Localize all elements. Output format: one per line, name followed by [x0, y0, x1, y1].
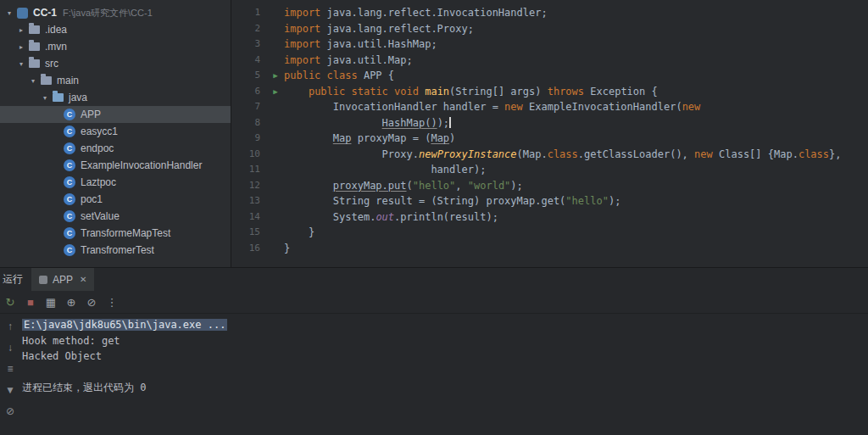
code-editor[interactable]: 1import java.lang.reflect.InvocationHand… [231, 0, 868, 267]
gutter-spacer [267, 99, 284, 115]
tree-item--mvn[interactable]: ▸.mvn [0, 38, 231, 55]
chevron-icon[interactable]: ▸ [15, 43, 27, 51]
code-text: } [284, 225, 314, 241]
code-text: import java.lang.reflect.Proxy; [284, 21, 474, 37]
tree-item-label: easycc1 [81, 125, 118, 137]
code-text: proxyMap.put("hello", "world"); [284, 178, 523, 194]
rerun-button[interactable]: ↻ [3, 296, 17, 309]
gutter-spacer [267, 241, 284, 257]
tree-item-label: java [69, 92, 87, 103]
code-text: public class APP { [284, 68, 394, 84]
tree-item-label: TransfromerTest [81, 244, 154, 256]
scroll-up-icon[interactable]: ↑ [8, 321, 13, 332]
code-text: import java.lang.reflect.InvocationHandl… [284, 5, 548, 21]
project-root-row[interactable]: ▾ CC-1 F:\java研究文件\CC-1 [0, 4, 231, 21]
code-text: HashMap()); [284, 115, 451, 131]
tree-item-main[interactable]: ▾main [0, 72, 231, 89]
run-gutter-icon[interactable]: ▶ [267, 68, 284, 84]
restore-layout-button[interactable]: ▦ [44, 296, 58, 309]
editor-line[interactable]: 2import java.lang.reflect.Proxy; [231, 21, 868, 37]
tree-item-label: endpoc [81, 142, 114, 154]
run-gutter-icon[interactable]: ▶ [267, 84, 284, 100]
tree-item-easycc1[interactable]: Ceasycc1 [0, 123, 231, 140]
chevron-icon[interactable]: ▾ [27, 77, 39, 85]
tree-item-transfromertest[interactable]: CTransfromerTest [0, 242, 231, 259]
editor-line[interactable]: 4import java.util.Map; [231, 53, 868, 69]
clear-button[interactable]: ⊘ [85, 296, 98, 309]
gutter-spacer [267, 131, 284, 147]
editor-line[interactable]: 3import java.util.HashMap; [231, 36, 868, 53]
class-icon: C [63, 125, 76, 138]
gutter-spacer [267, 193, 284, 209]
soft-wrap-icon[interactable]: ≡ [7, 363, 13, 375]
console-output[interactable]: E:\java8\jdk8u65\bin\java.exe ...Hook me… [20, 314, 868, 435]
console-line: Hacked Object [22, 349, 868, 365]
gutter-spacer [267, 178, 284, 194]
tree-item-app[interactable]: CAPP [0, 106, 231, 123]
editor-line[interactable]: 11 handler); [231, 162, 868, 178]
tree-item-setvalue[interactable]: CsetValue [0, 208, 231, 225]
tree-item--idea[interactable]: ▸.idea [0, 21, 231, 38]
line-number: 11 [231, 162, 267, 178]
editor-line[interactable]: 15 } [231, 225, 868, 241]
class-icon: C [63, 209, 76, 223]
tree-item-exampleinvocationhandler[interactable]: CExampleInvocationHandler [0, 157, 231, 174]
expand-button[interactable]: ⊕ [64, 296, 78, 309]
chevron-icon[interactable]: ▾ [39, 94, 51, 102]
editor-line[interactable]: 13 String result = (String) proxyMap.get… [231, 193, 868, 209]
line-number: 15 [231, 225, 267, 241]
editor-line[interactable]: 1import java.lang.reflect.InvocationHand… [231, 5, 868, 21]
tree-item-laztpoc[interactable]: CLaztpoc [0, 174, 231, 191]
close-icon[interactable]: ✕ [80, 275, 86, 284]
line-number: 5 [231, 68, 267, 84]
ide-window: ▾ CC-1 F:\java研究文件\CC-1 ▸.idea▸.mvn▾src▾… [0, 0, 868, 435]
editor-line[interactable]: 14 System.out.println(result); [231, 209, 868, 226]
gutter-spacer [267, 36, 284, 53]
tree-item-transformemaptest[interactable]: CTransformeMapTest [0, 225, 231, 242]
tree-item-java[interactable]: ▾java [0, 89, 231, 106]
class-icon: C [63, 243, 76, 257]
editor-line[interactable]: 16} [231, 241, 868, 257]
editor-line[interactable]: 5▶public class APP { [231, 68, 868, 84]
tree-item-label: Laztpoc [81, 176, 116, 188]
project-tool-window: ▾ CC-1 F:\java研究文件\CC-1 ▸.idea▸.mvn▾src▾… [0, 0, 231, 267]
editor-line[interactable]: 8 HashMap()); [231, 115, 868, 131]
chevron-icon[interactable]: ▸ [15, 26, 27, 34]
scroll-down-icon[interactable]: ↓ [8, 342, 13, 354]
line-number: 4 [231, 53, 267, 69]
gutter-spacer [267, 5, 284, 21]
editor-line[interactable]: 12 proxyMap.put("hello", "world"); [231, 178, 868, 194]
gutter-spacer [267, 21, 284, 37]
editor-line[interactable]: 7 InvocationHandler handler = new Exampl… [231, 99, 868, 115]
chevron-icon[interactable]: ▾ [15, 60, 27, 68]
gutter-spacer [267, 115, 284, 131]
clear-console-icon[interactable]: ⊘ [6, 405, 14, 417]
editor-line[interactable]: 10 Proxy.newProxyInstance(Map.class.getC… [231, 147, 868, 163]
tree-item-label: .idea [45, 24, 67, 36]
run-tab-label: APP [53, 274, 73, 286]
console-line: 进程已结束，退出代码为 0 [22, 380, 868, 396]
tree-item-label: poc1 [81, 193, 103, 205]
run-tool-window: 运行 APP ✕ ↻■▦⊕⊘⋮ ↑↓≡▼⊘ E:\java8\jdk8u65\b… [0, 267, 868, 435]
class-icon: C [63, 159, 76, 172]
editor-line[interactable]: 9 Map proxyMap = (Map) [231, 131, 868, 147]
console-side-toolbar: ↑↓≡▼⊘ [0, 314, 20, 435]
tree-item-label: setValue [81, 210, 120, 222]
code-text: Map proxyMap = (Map) [284, 131, 455, 147]
tree-item-poc1[interactable]: Cpoc1 [0, 191, 231, 208]
class-icon: C [63, 192, 76, 206]
tree-item-src[interactable]: ▾src [0, 55, 231, 72]
stop-button[interactable]: ■ [24, 296, 37, 309]
folder-icon [39, 74, 53, 87]
more-options-button[interactable]: ⋮ [105, 296, 119, 309]
code-text: public static void main(String[] args) t… [284, 84, 658, 100]
chevron-down-icon[interactable]: ▾ [3, 9, 15, 17]
console-line: E:\java8\jdk8u65\bin\java.exe ... [22, 317, 868, 333]
gutter-spacer [267, 147, 284, 163]
folder-icon [27, 57, 41, 70]
run-tab-app[interactable]: APP ✕ [31, 268, 94, 291]
editor-line[interactable]: 6▶ public static void main(String[] args… [231, 84, 868, 100]
scroll-to-end-icon[interactable]: ▼ [5, 384, 15, 396]
run-tool-label: 运行 [0, 272, 31, 287]
tree-item-endpoc[interactable]: Cendpoc [0, 140, 231, 157]
